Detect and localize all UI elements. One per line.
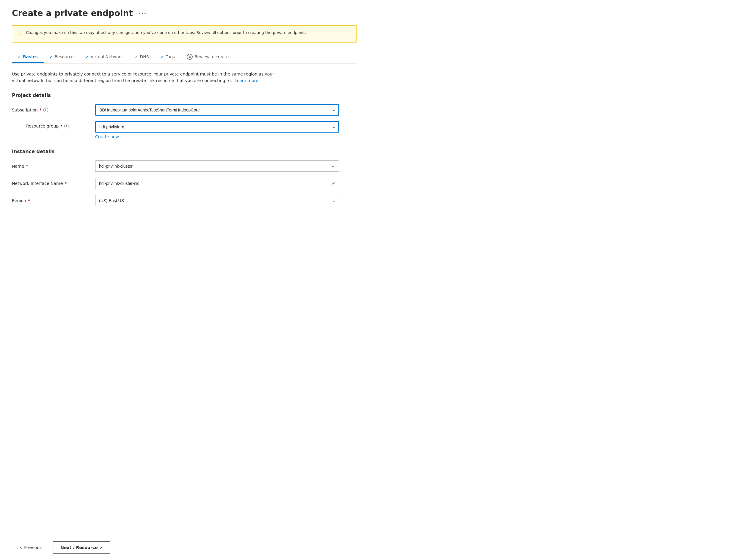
resource-group-label: Resource group	[26, 124, 59, 128]
tab-resource-label: Resource	[55, 54, 74, 59]
tab-review-create-label: Review + create	[194, 54, 229, 59]
network-interface-name-input[interactable]	[95, 178, 339, 189]
tab-dns[interactable]: ✓ DNS	[129, 51, 155, 63]
project-details-heading: Project details	[12, 92, 357, 98]
page-footer: < Previous Next : Resource >	[0, 535, 735, 560]
resource-group-required-star: *	[60, 124, 62, 128]
name-row: Name * ✓	[12, 160, 357, 172]
check-icon: ✓	[86, 55, 89, 59]
subscription-required-star: *	[40, 108, 42, 112]
name-input[interactable]	[95, 161, 339, 172]
region-control: (US) East US ⌄	[95, 195, 339, 206]
warning-icon: ⚠	[18, 30, 22, 38]
tab-tags[interactable]: ✓ Tags	[155, 51, 181, 63]
network-interface-name-label: Network Interface Name	[12, 181, 63, 186]
network-interface-name-control: ✓	[95, 178, 339, 189]
name-label: Name	[12, 164, 24, 169]
resource-group-select-wrapper: hdi-privlink-rg ⌄	[95, 121, 339, 133]
create-new-link[interactable]: Create new	[95, 134, 119, 139]
subscription-label: Subscription	[12, 108, 38, 112]
previous-button[interactable]: < Previous	[12, 541, 49, 554]
page-title: Create a private endpoint	[12, 8, 133, 18]
tab-resource[interactable]: ✓ Resource	[44, 51, 80, 63]
resource-group-select[interactable]: hdi-privlink-rg	[95, 121, 339, 133]
check-icon: ✓	[161, 55, 164, 59]
name-required-star: *	[26, 164, 28, 169]
region-select[interactable]: (US) East US	[95, 195, 339, 206]
tab-virtual-network[interactable]: ✓ Virtual Network	[80, 51, 129, 63]
next-button[interactable]: Next : Resource >	[53, 541, 110, 554]
subscription-select[interactable]: BDHadoopHumboldtAdhocTestShortTermHadoop…	[95, 104, 339, 116]
name-control: ✓	[95, 161, 339, 172]
tab-dns-label: DNS	[140, 54, 149, 59]
instance-details-section: Instance details Name * ✓ Network Interf…	[12, 149, 357, 207]
subscription-row: Subscription * i BDHadoopHumboldtAdhocTe…	[12, 104, 357, 116]
name-input-wrapper: ✓	[95, 161, 339, 172]
subscription-control: BDHadoopHumboldtAdhocTestShortTermHadoop…	[95, 104, 339, 116]
tab-tags-label: Tags	[166, 54, 175, 59]
resource-group-label-col: Resource group * i	[12, 121, 95, 128]
check-icon: ✓	[135, 55, 138, 59]
tabs-navigation: ✓ Basics ✓ Resource ✓ Virtual Network ✓ …	[12, 51, 357, 64]
subscription-select-wrapper: BDHadoopHumboldtAdhocTestShortTermHadoop…	[95, 104, 339, 116]
name-label-col: Name *	[12, 164, 95, 169]
resource-group-info-icon[interactable]: i	[64, 124, 69, 128]
check-icon: ✓	[18, 55, 21, 59]
tab-review-create[interactable]: 6 Review + create	[181, 51, 234, 64]
project-details-section: Project details Subscription * i BDHadoo…	[12, 92, 357, 139]
subscription-info-icon[interactable]: i	[43, 108, 48, 112]
network-interface-name-label-col: Network Interface Name *	[12, 181, 95, 186]
network-interface-name-input-wrapper: ✓	[95, 178, 339, 189]
region-select-wrapper: (US) East US ⌄	[95, 195, 339, 206]
subscription-label-col: Subscription * i	[12, 108, 95, 112]
learn-more-link[interactable]: Learn more	[234, 78, 258, 83]
warning-text: Changes you make on this tab may affect …	[26, 30, 306, 36]
description-text: Use private endpoints to privately conne…	[12, 71, 279, 84]
network-interface-name-required-star: *	[64, 181, 67, 186]
ellipsis-menu-button[interactable]: ···	[136, 9, 149, 18]
region-label: Region	[12, 198, 26, 203]
region-required-star: *	[28, 198, 30, 203]
tab-basics-label: Basics	[23, 54, 38, 59]
step-badge: 6	[187, 54, 193, 60]
instance-details-heading: Instance details	[12, 149, 357, 154]
tab-virtual-network-label: Virtual Network	[91, 54, 123, 59]
region-label-col: Region *	[12, 198, 95, 203]
region-row: Region * (US) East US ⌄	[12, 195, 357, 207]
resource-group-control: hdi-privlink-rg ⌄ Create new	[95, 121, 339, 139]
warning-banner: ⚠ Changes you make on this tab may affec…	[12, 25, 357, 43]
resource-group-row: Resource group * i hdi-privlink-rg ⌄ Cre…	[12, 121, 357, 139]
tab-basics[interactable]: ✓ Basics	[12, 51, 44, 63]
network-interface-name-row: Network Interface Name * ✓	[12, 177, 357, 189]
check-icon: ✓	[50, 55, 53, 59]
